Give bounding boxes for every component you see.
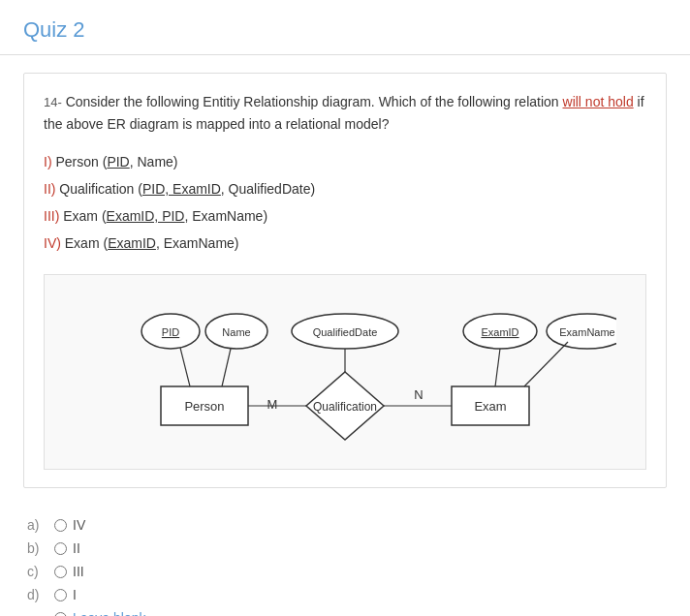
question-box: 14- Consider the following Entitiy Relat… xyxy=(23,73,667,488)
svg-text:M: M xyxy=(267,397,278,412)
answer-d-radio[interactable] xyxy=(54,589,67,601)
svg-line-6 xyxy=(180,348,190,386)
er-diagram: Person PID Name M Qualification Qualifie… xyxy=(44,274,646,470)
svg-text:Name: Name xyxy=(222,326,250,338)
svg-text:Qualification: Qualification xyxy=(313,400,377,414)
relation-i: I) Person (PID, Name) xyxy=(44,148,646,175)
relations-list: I) Person (PID, Name) II) Qualification … xyxy=(44,148,646,257)
answer-b-label: b) xyxy=(27,540,48,556)
svg-text:PID: PID xyxy=(162,326,179,338)
svg-text:Person: Person xyxy=(184,399,224,414)
question-number-label: 14- xyxy=(44,95,62,109)
svg-text:Exam: Exam xyxy=(474,399,506,414)
svg-text:ExamID: ExamID xyxy=(481,326,518,338)
svg-line-23 xyxy=(495,349,500,386)
answer-a-label: a) xyxy=(27,517,48,533)
answer-c-radio[interactable] xyxy=(54,566,67,578)
answer-b-value: II xyxy=(73,540,80,556)
answer-b-radio[interactable] xyxy=(54,542,67,555)
answer-d-label: d) xyxy=(27,587,48,602)
answer-option-c: c) III xyxy=(27,564,663,579)
leave-blank-option: Leave blank xyxy=(54,610,663,616)
leave-blank-radio[interactable] xyxy=(54,612,67,616)
relation-iii: III) Exam (ExamID, PID, ExamName) xyxy=(44,202,646,230)
leave-blank-label: Leave blank xyxy=(73,610,146,616)
answer-option-d: d) I xyxy=(27,587,663,602)
answer-option-a: a) IV xyxy=(27,517,663,533)
svg-line-7 xyxy=(222,349,231,386)
svg-text:ExamName: ExamName xyxy=(559,326,614,338)
answer-d-value: I xyxy=(73,587,77,602)
answer-option-b: b) II xyxy=(27,540,663,556)
relation-iv: IV) Exam (ExamID, ExamName) xyxy=(44,230,646,257)
answer-a-value: IV xyxy=(73,517,85,533)
answer-options: a) IV b) II c) III d) I Leave blank xyxy=(0,506,690,616)
answer-a-radio[interactable] xyxy=(54,519,67,532)
svg-text:N: N xyxy=(414,387,423,402)
page-title: Quiz 2 xyxy=(0,0,690,55)
question-body-before: Consider the following Entitiy Relations… xyxy=(66,94,563,109)
answer-c-label: c) xyxy=(27,564,48,579)
svg-line-24 xyxy=(524,342,568,386)
question-underline: will not hold xyxy=(563,94,634,109)
answer-c-value: III xyxy=(73,564,84,579)
question-text: 14- Consider the following Entitiy Relat… xyxy=(44,91,646,135)
svg-text:QualifiedDate: QualifiedDate xyxy=(313,326,378,338)
relation-ii: II) Qualification (PID, ExamID, Qualifie… xyxy=(44,175,646,202)
